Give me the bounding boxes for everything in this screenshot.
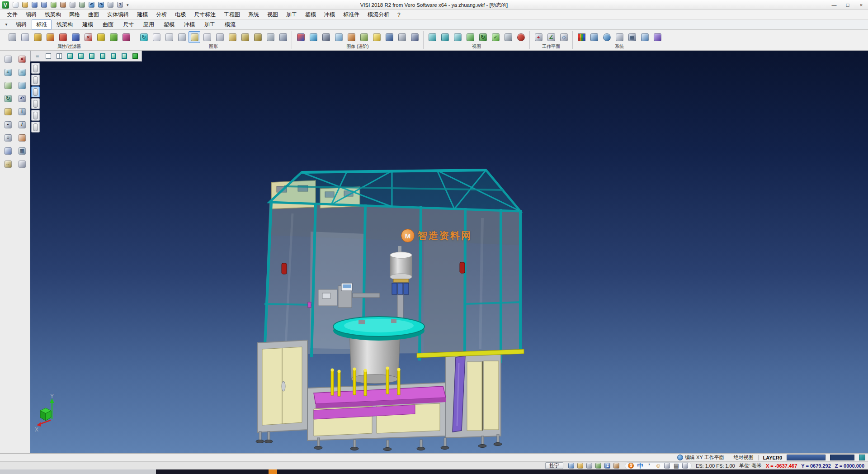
menu-item-7[interactable]: 建模 [133,9,152,20]
menu-item-15[interactable]: 塑模 [301,9,320,20]
tab-1[interactable]: 编辑 [11,19,31,30]
tab-9[interactable]: 冲模 [179,19,199,30]
viewport-3d[interactable]: ≡ M 智造资料网 Y X [30,51,868,453]
pen-input-icon[interactable] [613,462,621,469]
help-quick-icon[interactable]: ? [116,0,124,9]
new-document-icon[interactable] [11,0,20,9]
entity-statistics-icon[interactable] [277,31,289,43]
save-icon[interactable] [30,0,39,9]
quick-access-dropdown-icon[interactable]: ▾ [124,3,131,7]
zoom-out-icon[interactable]: − [16,66,28,78]
screen-capture-icon[interactable] [567,462,576,469]
dimension-tool-icon[interactable]: ↔ [2,158,14,170]
previous-view-icon[interactable]: ↶ [16,93,28,104]
rotate-view-icon[interactable]: ↻ [2,93,14,104]
trim-tool-icon[interactable] [16,132,28,143]
dynamic-pan-icon[interactable] [464,31,476,43]
compare-files-icon[interactable] [594,462,603,469]
menu-item-3[interactable]: 线架构 [41,9,65,20]
tab-10[interactable]: 加工 [200,19,220,30]
voice-input-icon[interactable] [663,462,671,469]
split-view-icon[interactable] [54,52,64,61]
isometric-view-icon[interactable] [65,52,75,61]
layer-slot-2-icon[interactable] [31,75,40,85]
print-quick-icon[interactable] [68,0,77,9]
circle-tool-icon[interactable]: ○ [2,132,14,143]
shaded-iso-view-icon[interactable] [130,52,140,61]
view-menu-icon[interactable]: ≡ [32,52,42,61]
copy-attributes-icon[interactable] [32,31,43,43]
menu-item-12[interactable]: 系统 [244,9,263,20]
view-mode-label[interactable]: 绝对视图 [734,454,754,461]
layer-slot-5-icon[interactable] [31,110,40,121]
face-filter-icon[interactable] [264,31,276,43]
menu-item-17[interactable]: 标准件 [339,9,363,20]
import-icon[interactable] [49,0,58,9]
options-quick-icon[interactable] [106,0,115,9]
system-monitor-icon[interactable] [588,31,600,43]
attribute-brush-icon[interactable] [108,31,119,43]
zoom-previous-icon[interactable] [452,31,463,43]
body-filter-icon[interactable] [252,31,264,43]
shaded-display-icon[interactable] [176,31,188,43]
paste-attributes-icon[interactable] [44,31,56,43]
network-globe-icon[interactable] [601,31,613,43]
open-file-icon[interactable] [21,0,29,9]
close-button[interactable]: × [854,0,868,9]
material-editor-icon[interactable] [345,31,357,43]
background-settings-icon[interactable] [383,31,395,43]
assembly-tree-icon[interactable] [239,31,251,43]
menu-item-6[interactable]: 实体编辑 [103,9,133,20]
undo-icon[interactable]: ↶ [87,0,96,9]
menu-item-11[interactable]: 工程图 [220,9,244,20]
workplane-xy-icon[interactable]: + [533,31,544,43]
light-settings-icon[interactable] [371,31,382,43]
top-view-icon[interactable] [75,52,86,61]
pan-view-icon[interactable] [2,80,14,91]
zoom-in-icon[interactable]: + [2,66,14,78]
input-mode-icon[interactable]: 中 [636,462,644,469]
back-view-icon[interactable] [119,52,129,61]
snapshot-icon[interactable] [409,31,420,43]
dynamic-rotate-icon[interactable]: ↻ [477,31,489,43]
layer-slot-4-icon[interactable] [31,98,40,109]
layer-slot-6-icon[interactable] [31,122,40,133]
selection-filter-icon[interactable] [120,31,132,43]
menu-item-14[interactable]: 加工 [282,9,301,20]
render-mode-icon[interactable] [307,31,319,43]
workplane-free-icon[interactable]: ◇ [558,31,570,43]
edit-attributes-icon[interactable] [95,31,107,43]
workplane-align-icon[interactable]: ∠ [545,31,557,43]
copy-entities-icon[interactable] [70,31,81,43]
right-view-icon[interactable] [97,52,108,61]
delete-entities-icon[interactable]: × [82,31,94,43]
taskbar-app-indicator[interactable] [269,469,277,474]
wireframe-display-icon[interactable] [151,31,162,43]
menu-item-19[interactable]: ? [393,10,405,19]
delete-icon[interactable]: × [16,53,28,65]
export-icon[interactable] [59,0,67,9]
maximize-button[interactable]: □ [841,0,854,9]
ime-toolbox-icon[interactable] [681,462,689,469]
plot-icon[interactable] [78,0,86,9]
transparent-display-icon[interactable] [201,31,213,43]
shadow-toggle-icon[interactable] [320,31,332,43]
array-tool-icon[interactable]: ▦ [16,145,28,156]
minimize-button[interactable]: — [827,0,841,9]
left-view-icon[interactable] [108,52,118,61]
symbol-input-icon[interactable]: ’ [645,462,653,469]
menu-item-16[interactable]: 冲模 [320,9,339,20]
shaded-edges-display-icon[interactable] [189,31,200,43]
tab-2[interactable]: 标准 [32,19,52,30]
measure-icon[interactable] [2,106,14,117]
tab-6[interactable]: 尺寸 [118,19,138,30]
layer-slot-3-icon[interactable] [31,86,40,97]
redo-icon[interactable]: ↷ [97,0,105,9]
select-icon[interactable] [2,53,14,65]
tab-4[interactable]: 建模 [78,19,98,30]
tab-5[interactable]: 曲面 [98,19,118,30]
snap-toggle-button[interactable]: 拴宁 [545,462,563,469]
cad-plane-icon[interactable] [651,31,663,43]
layer-slot-1-icon[interactable] [31,63,40,74]
snap-settings-icon[interactable] [639,31,651,43]
